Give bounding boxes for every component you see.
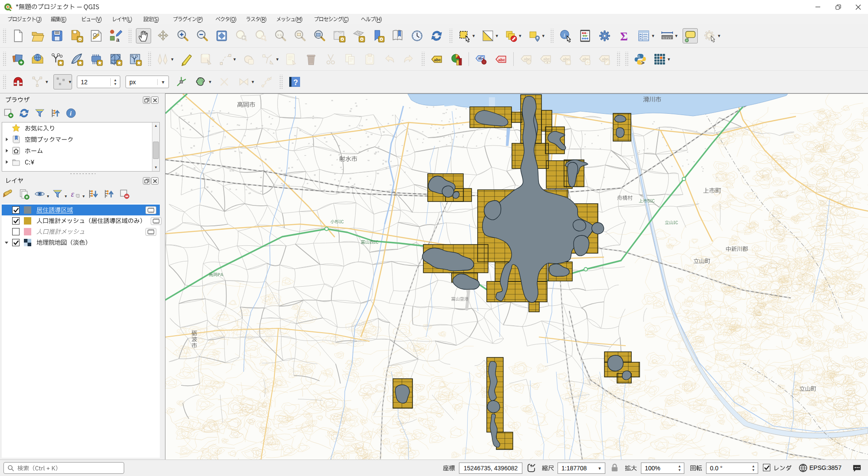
svg-text:abc: abc — [498, 57, 505, 62]
svg-text:abc: abc — [543, 56, 550, 61]
svg-text:i: i — [70, 110, 72, 117]
svg-text:>: > — [641, 59, 644, 66]
svg-text:i: i — [564, 32, 565, 38]
svg-text:ε: ε — [71, 190, 75, 198]
svg-text:a: a — [116, 36, 120, 43]
svg-text:Σ: Σ — [620, 30, 628, 43]
svg-text:abc: abc — [434, 57, 441, 62]
svg-text:1:1: 1:1 — [277, 33, 282, 37]
svg-text:?: ? — [294, 78, 298, 87]
